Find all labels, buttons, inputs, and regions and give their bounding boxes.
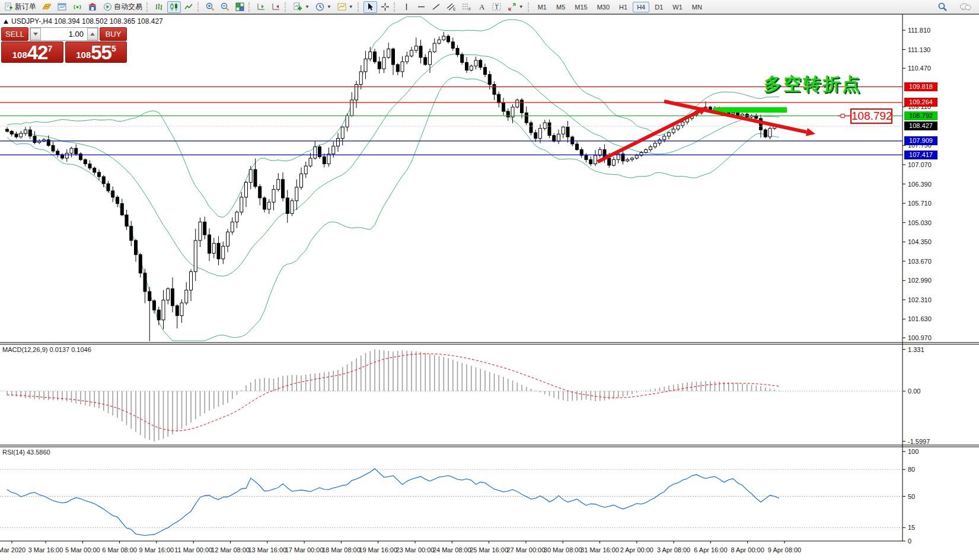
zoom-in-icon	[206, 2, 215, 11]
line-chart-button[interactable]	[182, 1, 196, 13]
chart-profiles-button[interactable]	[55, 1, 69, 13]
new-order-button[interactable]: 新订单	[2, 1, 39, 13]
search-button[interactable]	[935, 1, 950, 13]
chevron-down-icon: ▼	[305, 4, 310, 9]
price-line-badge: 109.818	[904, 82, 937, 91]
time-tick-label: 6 Mar 08:00	[102, 546, 137, 553]
price-line-badge: 109.264	[904, 98, 937, 107]
timeframe-m5-button[interactable]: M5	[552, 2, 569, 12]
chat-button[interactable]	[957, 1, 974, 13]
indicators-button[interactable]: ▼	[291, 1, 312, 13]
clock-icon	[315, 2, 324, 11]
crosshair-button[interactable]	[378, 1, 392, 13]
market-button[interactable]	[85, 1, 100, 13]
horizontal-line-button[interactable]	[414, 1, 428, 13]
profiles-icon	[58, 2, 67, 11]
vertical-line-button[interactable]	[400, 1, 413, 13]
cursor-button[interactable]	[363, 1, 377, 13]
chevron-down-icon: ▼	[349, 4, 353, 9]
crosshair-icon	[381, 2, 390, 11]
svg-text:A: A	[479, 2, 485, 11]
buy-price-big: 55	[91, 44, 111, 62]
tile-windows-button[interactable]	[233, 1, 247, 13]
chart-title: USDJPY-,H4 108.394 108.502 108.365 108.4…	[4, 17, 163, 25]
auto-trading-button[interactable]: 自动交易	[101, 1, 145, 13]
macd-panel	[0, 350, 905, 441]
turning-point-annotation: 多空转折点	[764, 72, 862, 97]
rsi-scale-label: 80	[908, 466, 915, 473]
market-icon	[88, 2, 97, 11]
candlestick-chart-button[interactable]	[167, 1, 181, 13]
new-chart-button[interactable]	[40, 1, 54, 13]
chart-annotations	[598, 101, 850, 162]
zoom-in-button[interactable]	[203, 1, 217, 13]
equidistant-channel-button[interactable]: E	[444, 1, 458, 13]
chart-shift-button[interactable]	[269, 1, 283, 13]
chevron-down-icon: ▼	[327, 4, 331, 9]
price-line-badge: 107.417	[904, 151, 937, 159]
text-label-button[interactable]: T	[490, 1, 504, 13]
price-tick-label: 106.390	[908, 181, 932, 188]
signals-button[interactable]	[71, 1, 84, 13]
volume-stepper: 1.00	[30, 27, 98, 41]
time-tick-label: 18 Mar 08:00	[322, 546, 361, 553]
volume-decrease-button[interactable]	[30, 28, 41, 40]
price-tick-label: 110.470	[908, 65, 931, 72]
chartshift-icon	[272, 2, 280, 11]
macd-scale-label: 0.00	[908, 388, 920, 395]
sell-button[interactable]: SELL	[1, 27, 28, 41]
toolbar-separator	[394, 2, 398, 12]
fibo-icon: F	[462, 2, 471, 11]
time-axis[interactable]: Mar 20203 Mar 16:005 Mar 00:006 Mar 08:0…	[0, 543, 903, 558]
main-toolbar: 新订单自动交易▼▼▼EFAT▼M1M5M15M30H1H4D1W1MN	[0, 0, 979, 14]
autotrade-icon	[103, 2, 112, 11]
volume-input[interactable]: 1.00	[41, 28, 87, 40]
time-tick-label: 27 Mar 00:00	[506, 546, 545, 553]
buy-price-button[interactable]: 108 55 5	[65, 41, 127, 63]
toolbar-separator	[146, 2, 151, 12]
timeframe-d1-button[interactable]: D1	[650, 2, 667, 12]
rsi-indicator-label: RSI(14) 43.5860	[2, 449, 50, 456]
buy-button[interactable]: BUY	[100, 27, 127, 41]
chat-icon	[959, 2, 971, 12]
price-axis[interactable]: 109.818109.264108.792108.427107.909107.4…	[903, 14, 979, 542]
trendline-button[interactable]	[429, 1, 443, 13]
volume-increase-button[interactable]	[87, 28, 98, 40]
zoom-out-button[interactable]	[218, 1, 232, 13]
timeframe-h4-button[interactable]: H4	[633, 2, 649, 12]
rsi-scale-label: 100	[908, 448, 919, 455]
candles-icon	[170, 2, 178, 11]
timeframe-m15-button[interactable]: M15	[570, 2, 591, 12]
templates-button[interactable]: ▼	[335, 1, 356, 13]
rsi-panel	[0, 452, 905, 541]
time-tick-label: 17 Mar 00:00	[285, 546, 324, 553]
time-tick-label: 3 Mar 16:00	[28, 546, 63, 553]
time-tick-label: 31 Mar 16:00	[581, 546, 619, 553]
hline-icon	[417, 2, 426, 11]
auto-scroll-button[interactable]	[254, 1, 268, 13]
new-order-icon	[4, 2, 13, 11]
chevron-down-icon: ▼	[519, 4, 524, 9]
price-level-box: 108.792	[850, 108, 892, 124]
price-tick-label: 104.350	[908, 238, 932, 245]
sell-price-base: 108	[12, 50, 27, 62]
timeframe-h1-button[interactable]: H1	[615, 2, 632, 12]
sell-price-button[interactable]: 108 42 7	[1, 41, 63, 63]
bar-chart-button[interactable]	[152, 1, 166, 13]
price-tick-label: 102.310	[908, 296, 932, 303]
timeframe-w1-button[interactable]: W1	[668, 2, 687, 12]
timeframe-m30-button[interactable]: M30	[593, 2, 614, 12]
fibonacci-button[interactable]: F	[460, 1, 474, 13]
timeframe-m1-button[interactable]: M1	[534, 2, 551, 12]
arrows-button[interactable]: ▼	[505, 1, 526, 13]
signal-icon	[73, 2, 82, 11]
price-line-badge: 108.427	[904, 121, 937, 130]
buy-price-pip: 5	[111, 44, 116, 62]
triangle-up-icon	[90, 33, 95, 36]
vline-icon	[402, 2, 411, 11]
text-button[interactable]: A	[475, 1, 489, 13]
triangle-down-icon	[33, 33, 38, 36]
periods-button[interactable]: ▼	[313, 1, 334, 13]
sell-price-pip: 7	[47, 44, 52, 62]
timeframe-mn-button[interactable]: MN	[688, 2, 706, 12]
